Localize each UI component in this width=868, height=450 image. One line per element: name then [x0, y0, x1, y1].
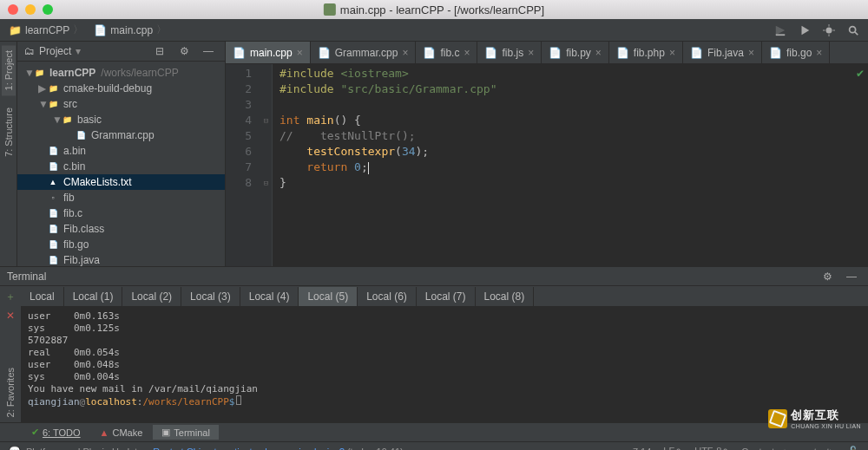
terminal-session-tab[interactable]: Local (5) [299, 287, 358, 306]
file-icon: 📄 [423, 47, 436, 59]
close-tab-icon[interactable]: × [297, 47, 303, 59]
structure-tool-tab[interactable]: 7: Structure [2, 102, 16, 162]
file-icon: 📄 [616, 47, 629, 59]
editor-tab[interactable]: 📄fib.php× [609, 42, 683, 63]
close-tab-icon[interactable]: × [595, 47, 602, 59]
tree-item[interactable]: 📄fib.go [17, 237, 225, 252]
status-bar: 💬 Platform and Plugin Updates: Restart C… [0, 441, 868, 450]
terminal-tab[interactable]: ▣Terminal [153, 425, 219, 440]
window-title: main.cpp - learnCPP - [/works/learnCPP] [324, 3, 544, 16]
search-everywhere-button[interactable] [844, 21, 863, 40]
terminal-session-tab[interactable]: Local (4) [240, 287, 299, 306]
terminal-panel: Terminal ⚙ — ＋ ✕ 2: Favorites LocalLocal… [0, 266, 868, 422]
tree-item[interactable]: ▼📁basic [17, 112, 225, 127]
editor-tab[interactable]: 📄fib.c× [416, 42, 477, 63]
left-tool-gutter: 1: Project 7: Structure [0, 42, 17, 266]
breadcrumb-file[interactable]: 📄main.cpp〉 [90, 21, 170, 39]
terminal-toolbar: ＋ ✕ 2: Favorites [0, 286, 21, 422]
line-separator[interactable]: LF≎ [663, 446, 682, 450]
status-message: Platform and Plugin Updates: Restart CLi… [26, 447, 404, 451]
tree-item[interactable]: 📄Grammar.cpp [17, 127, 225, 143]
hide-panel-icon[interactable]: — [842, 267, 861, 286]
tree-item[interactable]: 📄Fib.java [17, 252, 225, 266]
editor-tab[interactable]: 📄Grammar.cpp× [311, 42, 417, 63]
tree-root[interactable]: ▼📁 learnCPP /works/learnCPP [17, 65, 225, 81]
new-session-icon[interactable]: ＋ [5, 290, 16, 304]
code-editor[interactable]: 12345678 ⊟ ⊟ #include <iostream> #includ… [226, 64, 868, 266]
file-icon: 📄 [769, 47, 782, 59]
context-indicator[interactable]: Context: <no context> [741, 447, 835, 451]
analysis-ok-icon: ✔ [856, 68, 865, 80]
favorites-tool-tab[interactable]: 2: Favorites [3, 362, 17, 422]
lock-icon[interactable]: 🔓 [847, 446, 859, 450]
tree-item[interactable]: 📄a.bin [17, 143, 225, 159]
close-tab-icon[interactable]: × [816, 47, 822, 59]
notification-icon[interactable]: 💬 [9, 446, 21, 450]
terminal-tabs: LocalLocal (1)Local (2)Local (3)Local (4… [21, 286, 868, 307]
tree-item[interactable]: 📄Fib.class [17, 221, 225, 237]
terminal-session-tab[interactable]: Local (2) [122, 287, 181, 306]
build-button[interactable] [771, 21, 790, 40]
logo-icon [768, 409, 787, 428]
file-icon: 📄 [318, 47, 331, 59]
zoom-window-button[interactable] [43, 4, 53, 15]
terminal-session-tab[interactable]: Local (7) [417, 287, 476, 306]
close-window-button[interactable] [8, 4, 18, 15]
editor-tab[interactable]: 📄fib.js× [477, 42, 542, 63]
project-view-icon: 🗂 [24, 45, 35, 57]
file-encoding[interactable]: UTF-8≎ [694, 446, 729, 450]
terminal-session-tab[interactable]: Local (8) [476, 287, 535, 306]
code-content[interactable]: #include <iostream> #include "src/basic/… [273, 64, 868, 266]
editor-pane: 📄main.cpp×📄Grammar.cpp×📄fib.c×📄fib.js×📄f… [226, 42, 868, 266]
terminal-title: Terminal [7, 271, 46, 283]
fold-gutter[interactable]: ⊟ ⊟ [260, 64, 273, 266]
gear-icon[interactable]: ⚙ [174, 42, 194, 61]
close-tab-icon[interactable]: × [464, 47, 470, 59]
terminal-session-tab[interactable]: Local (6) [358, 287, 417, 306]
project-tool-tab[interactable]: 1: Project [2, 45, 16, 95]
file-icon [324, 3, 336, 16]
collapse-all-icon[interactable]: ⊟ [150, 42, 169, 61]
debug-button[interactable] [819, 21, 838, 40]
navigation-bar: 📁learnCPP〉 📄main.cpp〉 [0, 19, 868, 42]
terminal-session-tab[interactable]: Local (1) [64, 287, 123, 306]
bottom-tool-tabs: ✔6: TODO ▲CMake ▣Terminal [0, 422, 868, 441]
close-session-icon[interactable]: ✕ [6, 310, 15, 322]
close-tab-icon[interactable]: × [669, 47, 675, 59]
tree-item[interactable]: ▲CMakeLists.txt [17, 174, 225, 190]
project-sidebar: 🗂 Project ▾ ⊟ ⚙ — ▼📁 learnCPP /works/lea… [17, 42, 226, 266]
project-tree[interactable]: ▼📁 learnCPP /works/learnCPP ▶📁cmake-buil… [17, 62, 225, 266]
cursor-position[interactable]: 7:14 [633, 447, 651, 451]
close-tab-icon[interactable]: × [528, 47, 534, 59]
editor-tab[interactable]: 📄fib.go× [762, 42, 830, 63]
gear-icon[interactable]: ⚙ [818, 267, 837, 286]
editor-tabs: 📄main.cpp×📄Grammar.cpp×📄fib.c×📄fib.js×📄f… [226, 42, 868, 64]
tree-item[interactable]: ▼📁src [17, 96, 225, 112]
tree-item[interactable]: ▶📁cmake-build-debug [17, 81, 225, 96]
minimize-window-button[interactable] [25, 4, 36, 15]
hide-panel-icon[interactable]: — [199, 42, 218, 61]
terminal-session-tab[interactable]: Local [21, 287, 64, 306]
editor-tab[interactable]: 📄Fib.java× [683, 42, 762, 63]
chevron-down-icon[interactable]: ▾ [76, 45, 81, 57]
restart-link[interactable]: Restart CLion to activate changes in plu… [153, 447, 345, 451]
terminal-output[interactable]: user 0m0.163ssys 0m0.125s5702887real 0m0… [21, 307, 868, 422]
terminal-session-tab[interactable]: Local (3) [181, 287, 240, 306]
tree-item[interactable]: 📄c.bin [17, 159, 225, 174]
file-icon: 📄 [233, 47, 246, 59]
text-caret [368, 162, 369, 174]
breadcrumb-root[interactable]: 📁learnCPP〉 [5, 21, 87, 39]
file-icon: 📄 [690, 47, 703, 59]
watermark-logo: 创新互联 CHUANG XIN HU LIAN [768, 408, 861, 429]
todo-tab[interactable]: ✔6: TODO [23, 425, 89, 440]
tree-item[interactable]: 📄fib.c [17, 205, 225, 221]
tree-item[interactable]: ▫fib [17, 190, 225, 205]
close-tab-icon[interactable]: × [402, 47, 408, 59]
editor-tab[interactable]: 📄main.cpp× [226, 42, 311, 63]
close-tab-icon[interactable]: × [748, 47, 754, 59]
editor-tab[interactable]: 📄fib.py× [542, 42, 609, 63]
cmake-tab[interactable]: ▲CMake [91, 426, 152, 440]
run-button[interactable] [795, 21, 814, 40]
file-icon: 📄 [484, 47, 497, 59]
sidebar-title: Project [39, 45, 71, 57]
